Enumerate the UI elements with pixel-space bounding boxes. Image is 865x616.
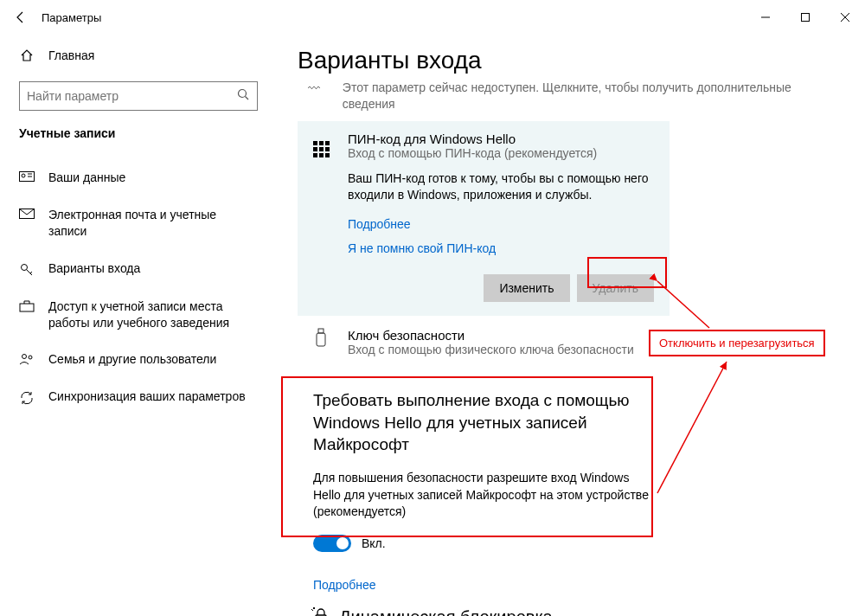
svg-rect-1 (802, 14, 810, 22)
nav-label: Доступ к учетной записи места работы или… (48, 298, 258, 331)
back-button[interactable] (3, 0, 38, 35)
briefcase-icon (19, 300, 35, 312)
require-hello-heading: Требовать выполнение входа с помощью Win… (313, 389, 654, 456)
security-key-subtitle: Вход с помощью физического ключа безопас… (348, 343, 634, 356)
person-card-icon (19, 171, 35, 183)
minimize-button[interactable] (746, 0, 785, 35)
maximize-button[interactable] (785, 0, 825, 35)
pin-forgot-link[interactable]: Я не помню свой ПИН-код (348, 241, 496, 258)
mail-icon (19, 209, 35, 219)
sidebar-item-work-access[interactable]: Доступ к учетной записи места работы или… (19, 288, 258, 342)
home-nav[interactable]: Главная (19, 38, 258, 73)
pin-remove-button[interactable]: Удалить (577, 274, 654, 302)
require-hello-desc: Для повышения безопасности разрешите вхо… (313, 470, 654, 521)
nav-label: Синхронизация ваших параметров (48, 388, 246, 405)
svg-rect-14 (20, 304, 34, 311)
sidebar-item-email[interactable]: Электронная почта и учетные записи (19, 196, 258, 250)
dynamic-lock-heading: Динамическая блокировка (339, 607, 553, 616)
svg-rect-18 (317, 333, 325, 346)
people-icon (19, 353, 35, 365)
close-button[interactable] (825, 0, 865, 35)
sidebar: Главная Учетные записи Ваши данные Элект… (0, 35, 277, 616)
more-link[interactable]: Подробнее (298, 578, 844, 592)
sidebar-item-family[interactable]: Семья и другие пользователи (19, 341, 258, 378)
svg-point-16 (29, 356, 32, 359)
pin-title: ПИН-код для Windows Hello (348, 132, 597, 146)
toggle-state: Вкл. (362, 536, 386, 550)
usb-key-icon (313, 328, 336, 356)
unavailable-option[interactable]: 〰 Этот параметр сейчас недоступен. Щелкн… (298, 80, 844, 112)
nav-label: Электронная почта и учетные записи (48, 207, 258, 240)
unavailable-text: Этот параметр сейчас недоступен. Щелкнит… (343, 80, 844, 112)
unavailable-icon: 〰 (308, 80, 330, 112)
security-key-title: Ключ безопасности (348, 328, 634, 343)
page-title: Варианты входа (298, 47, 844, 74)
pin-body-text: Ваш ПИН-код готов к тому, чтобы вы с пом… (348, 170, 654, 204)
svg-point-4 (239, 90, 247, 98)
require-hello-section: Требовать выполнение входа с помощью Win… (298, 377, 670, 568)
sync-icon (19, 390, 35, 406)
main-content: Варианты входа 〰 Этот параметр сейчас не… (277, 35, 865, 616)
pin-change-button[interactable]: Изменить (484, 274, 569, 302)
dynamic-lock-row: Динамическая блокировка (298, 606, 844, 616)
titlebar: Параметры (0, 0, 865, 35)
svg-point-7 (22, 174, 25, 177)
search-box[interactable] (19, 81, 258, 111)
svg-point-11 (22, 264, 28, 270)
dynamic-lock-icon (310, 606, 329, 616)
section-heading: Учетные записи (19, 126, 258, 140)
pin-learn-more-link[interactable]: Подробнее (348, 216, 411, 234)
svg-rect-17 (318, 329, 324, 333)
home-icon (19, 48, 35, 62)
home-label: Главная (48, 48, 94, 62)
search-input[interactable] (27, 89, 237, 103)
annotation-callout: Отключить и перезагрузиться (649, 330, 825, 356)
svg-line-5 (246, 97, 249, 100)
window-title: Параметры (42, 11, 101, 24)
pin-card: ПИН-код для Windows Hello Вход с помощью… (298, 121, 670, 316)
svg-line-13 (30, 272, 32, 273)
key-icon (19, 262, 35, 278)
sidebar-item-your-info[interactable]: Ваши данные (19, 159, 258, 196)
keypad-icon (313, 132, 336, 160)
nav-label: Варианты входа (48, 260, 140, 277)
nav-label: Семья и другие пользователи (48, 351, 216, 368)
sidebar-item-signin-options[interactable]: Варианты входа (19, 250, 258, 288)
nav-label: Ваши данные (48, 170, 125, 186)
sidebar-item-sync[interactable]: Синхронизация ваших параметров (19, 378, 258, 416)
pin-subtitle: Вход с помощью ПИН-кода (рекомендуется) (348, 146, 597, 160)
svg-point-15 (22, 355, 27, 359)
search-icon (237, 88, 250, 104)
require-hello-toggle[interactable] (313, 535, 351, 552)
